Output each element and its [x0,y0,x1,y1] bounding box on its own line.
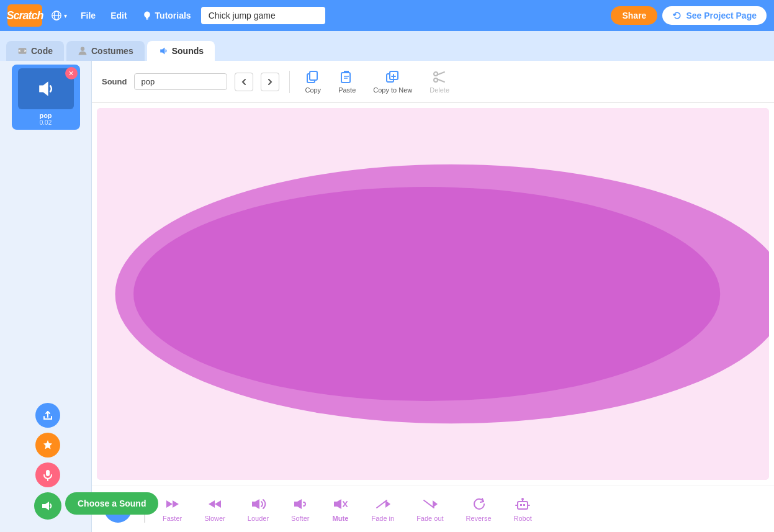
arrow-left-button[interactable] [235,73,253,91]
mute-icon [331,495,349,513]
louder-label: Louder [248,515,269,522]
arrow-right-button[interactable] [261,73,279,91]
svg-rect-9 [310,71,317,80]
softer-icon [292,495,309,513]
copy-to-new-label: Copy to New [373,86,412,94]
sound-item-name: pop [16,112,76,119]
surprise-button[interactable] [35,433,60,458]
lightbulb-icon [142,11,152,20]
reverse-icon [470,495,487,513]
sound-tab-icon [158,46,168,56]
faster-button[interactable]: Faster [158,493,187,525]
delete-label: Delete [430,86,449,94]
svg-marker-25 [294,499,302,509]
copy-button[interactable]: Copy [300,67,326,96]
costume-icon [78,46,88,56]
faster-label: Faster [163,515,182,522]
scratch-logo[interactable]: Scratch [7,4,42,27]
svg-marker-29 [385,500,390,508]
robot-icon [514,495,531,513]
svg-rect-31 [518,502,528,509]
code-icon [17,46,27,56]
copy-label: Copy [305,86,321,94]
copy-icon [305,70,320,84]
upload-sound-button[interactable] [35,403,60,428]
record-button[interactable] [35,462,60,487]
slower-button[interactable]: Slower [199,493,230,525]
slower-icon [206,495,223,513]
svg-point-35 [521,498,524,500]
toolbar-divider [289,71,290,93]
main-layout: ✕ pop 0.02 Sound [0,61,774,532]
speaker-icon [35,78,57,100]
svg-marker-23 [209,500,215,508]
refresh-icon [672,11,682,20]
louder-icon [250,495,267,513]
sound-field-label: Sound [102,77,127,86]
sound-delete-button[interactable]: ✕ [65,67,78,79]
globe-icon [51,10,62,21]
svg-point-5 [81,47,84,51]
sound-editor: Sound Copy [92,61,774,532]
svg-line-15 [438,72,445,75]
svg-marker-6 [160,47,164,54]
fade-in-label: Fade in [371,515,394,522]
robot-label: Robot [514,515,532,522]
softer-label: Softer [291,515,309,522]
sound-name-input[interactable] [134,73,227,90]
mute-label: Mute [333,515,349,522]
surprise-icon [42,439,54,451]
fade-out-icon [421,495,439,513]
waveform-area [97,108,769,480]
choose-sound-popup[interactable]: Choose a Sound [65,492,158,515]
edit-menu[interactable]: Edit [106,8,132,23]
svg-marker-26 [334,499,341,509]
svg-marker-20 [166,500,173,508]
svg-marker-30 [433,500,438,508]
svg-marker-21 [173,500,179,508]
svg-point-19 [133,187,720,401]
see-project-button[interactable]: See Project Page [662,6,767,25]
choose-sound-button[interactable] [34,492,61,520]
tab-costumes[interactable]: Costumes [66,41,145,61]
fade-in-button[interactable]: Fade in [366,493,399,525]
globe-button[interactable]: ▾ [47,7,71,24]
reverse-label: Reverse [466,515,492,522]
svg-marker-22 [215,500,221,508]
svg-rect-39 [46,470,50,476]
share-button[interactable]: Share [611,6,657,25]
tab-sounds[interactable]: Sounds [147,41,215,61]
svg-marker-7 [39,81,48,96]
svg-rect-10 [341,73,350,83]
upload-icon [42,409,54,422]
delete-button[interactable]: Delete [425,67,454,96]
svg-line-16 [438,79,445,83]
file-menu[interactable]: File [76,8,101,23]
project-name-input[interactable] [201,7,325,24]
sound-list-item[interactable]: ✕ pop 0.02 [12,65,80,130]
paste-button[interactable]: Paste [333,67,361,96]
waveform-visualization [97,108,769,480]
robot-button[interactable]: Robot [509,493,537,525]
globe-chevron: ▾ [64,12,67,19]
bottom-left-actions: Choose a Sound [34,403,61,520]
sound-toolbar: Sound Copy [92,61,774,103]
tutorials-button[interactable]: Tutorials [137,8,196,23]
fade-out-label: Fade out [416,515,443,522]
copy-to-new-button[interactable]: Copy to New [368,67,417,96]
svg-rect-4 [19,48,27,54]
reverse-button[interactable]: Reverse [461,493,497,525]
playback-controls: ▶ Faster Slower [92,485,774,532]
navbar: Scratch ▾ File Edit Tutorials Share See … [0,0,774,31]
tab-bar: Code Costumes Sounds [0,31,774,61]
louder-button[interactable]: Louder [243,493,274,525]
fade-out-button[interactable]: Fade out [412,493,448,525]
svg-rect-3 [146,19,148,20]
tab-code[interactable]: Code [6,41,64,61]
paste-label: Paste [338,86,356,94]
svg-rect-32 [520,504,522,506]
softer-button[interactable]: Softer [286,493,314,525]
mute-button[interactable]: Mute [326,493,354,525]
svg-marker-24 [252,499,259,509]
choose-sound-icon [41,499,55,513]
